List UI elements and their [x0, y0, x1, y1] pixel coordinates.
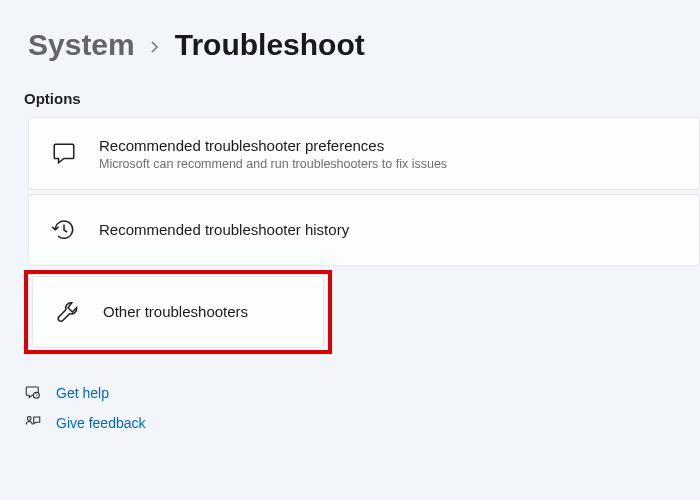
card-title: Recommended troubleshooter history [99, 220, 349, 240]
link-give-feedback[interactable]: Give feedback [24, 414, 700, 432]
feedback-icon [24, 414, 42, 432]
card-subtitle: Microsoft can recommend and run troubles… [99, 157, 447, 171]
breadcrumb: System Troubleshoot [0, 0, 700, 62]
link-label: Get help [56, 385, 109, 401]
card-other-troubleshooters[interactable]: Other troubleshooters [32, 276, 324, 348]
card-recommended-preferences[interactable]: Recommended troubleshooter preferences M… [28, 117, 700, 190]
chevron-right-icon [149, 37, 161, 58]
link-get-help[interactable]: ? Get help [24, 384, 700, 402]
card-title: Recommended troubleshooter preferences [99, 136, 447, 156]
link-label: Give feedback [56, 415, 146, 431]
cards-container: Recommended troubleshooter preferences M… [0, 117, 700, 354]
card-text: Other troubleshooters [103, 302, 248, 322]
breadcrumb-current: Troubleshoot [175, 28, 365, 62]
card-text: Recommended troubleshooter history [99, 220, 349, 240]
section-label-options: Options [0, 62, 700, 117]
history-icon [51, 217, 77, 243]
card-text: Recommended troubleshooter preferences M… [99, 136, 447, 171]
card-recommended-history[interactable]: Recommended troubleshooter history [28, 194, 700, 266]
breadcrumb-parent[interactable]: System [28, 28, 135, 62]
svg-point-2 [27, 416, 31, 420]
help-icon: ? [24, 384, 42, 402]
highlight-box: Other troubleshooters [24, 270, 332, 354]
chat-icon [51, 140, 77, 166]
wrench-icon [55, 299, 81, 325]
footer-links: ? Get help Give feedback [0, 356, 700, 432]
card-title: Other troubleshooters [103, 302, 248, 322]
